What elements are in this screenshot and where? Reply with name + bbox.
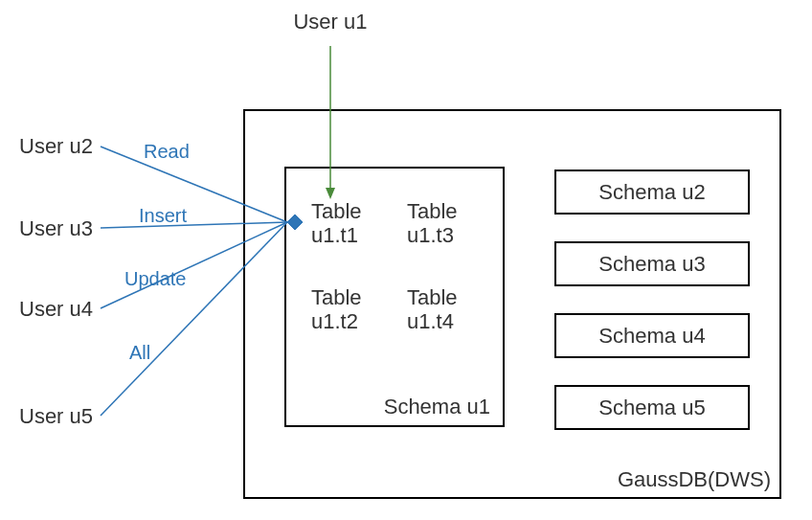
table-u1-t2-a: Table <box>311 285 362 309</box>
table-u1-t4-a: Table <box>407 285 458 309</box>
user-u1-label: User u1 <box>293 10 367 34</box>
perm-update: Update <box>124 268 187 289</box>
schema-u4-label: Schema u4 <box>598 324 705 348</box>
table-u1-t1-b: u1.t1 <box>311 223 358 247</box>
converge-diamond-icon <box>287 215 303 230</box>
schema-u1-label: Schema u1 <box>384 395 490 418</box>
schema-u2-label: Schema u2 <box>598 180 705 204</box>
table-u1-t4-b: u1.t4 <box>407 309 454 333</box>
schema-u5-label: Schema u5 <box>598 396 705 419</box>
user-u4-label: User u4 <box>19 297 93 321</box>
arrow-u1-head <box>326 188 335 199</box>
table-u1-t1-a: Table <box>311 199 362 223</box>
perm-insert: Insert <box>139 205 187 226</box>
perm-read: Read <box>144 141 190 162</box>
line-u2 <box>101 147 287 222</box>
schema-u3-label: Schema u3 <box>598 252 705 276</box>
line-u3 <box>101 222 287 228</box>
user-u2-label: User u2 <box>19 134 93 158</box>
table-u1-t2-b: u1.t2 <box>311 309 358 333</box>
line-u4 <box>101 222 287 308</box>
db-label: GaussDB(DWS) <box>618 467 771 491</box>
line-u5 <box>101 222 287 416</box>
diagram-canvas: GaussDB(DWS) Schema u1 Table u1.t1 Table… <box>0 0 812 520</box>
user-u5-label: User u5 <box>19 404 93 428</box>
perm-all: All <box>129 342 150 363</box>
user-u3-label: User u3 <box>19 216 93 240</box>
table-u1-t3-a: Table <box>407 199 458 223</box>
table-u1-t3-b: u1.t3 <box>407 223 454 247</box>
